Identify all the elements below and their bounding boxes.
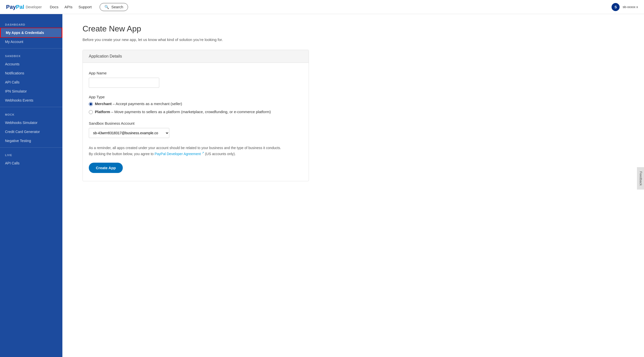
nav-apis[interactable]: APIs [64,5,72,9]
search-button[interactable]: 🔍 Search [100,3,128,11]
sidebar-item-my-apps[interactable]: My Apps & Credentials [0,28,62,37]
paypal-developer-agreement-link[interactable]: PayPal Developer Agreement ↗ [155,152,205,156]
layout: DASHBOARD My Apps & Credentials My Accou… [0,14,644,357]
card-header: Application Details [83,50,309,63]
sidebar-item-webhooks-events[interactable]: Webhooks Events [0,96,62,105]
app-name-group: App Name [89,71,303,88]
sidebar-item-api-calls-live[interactable]: API Calls [0,159,62,168]
radio-platform-bold: Platform [95,110,110,114]
sidebar-section-sandbox: SANDBOX [0,51,62,60]
sidebar-item-my-account[interactable]: My Account [0,37,62,46]
header-right: S sb-xxxxx x [612,3,638,11]
application-details-card: Application Details App Name App Type [83,50,309,181]
sandbox-account-group: Sandbox Business Account sb-43wrrr831831… [89,121,303,138]
main-content: Create New App Before you create your ne… [62,14,644,357]
card-header-title: Application Details [89,54,122,58]
sidebar-item-accounts[interactable]: Accounts [0,60,62,69]
sidebar-section-dashboard: DASHBOARD [0,19,62,28]
site-header: PayPal Developer Docs APIs Support 🔍 Sea… [0,0,644,14]
create-app-button[interactable]: Create App [89,163,123,173]
sidebar-item-credit-card-generator[interactable]: Credit Card Generator [0,127,62,136]
search-icon: 🔍 [104,5,109,9]
sidebar-section-mock: MOCK [0,109,62,118]
avatar: S [612,3,620,11]
page-subtitle: Before you create your new app, let us k… [83,37,624,42]
header-nav: Docs APIs Support [50,5,92,9]
feedback-tab[interactable]: Feedback [637,167,644,190]
radio-merchant-input[interactable] [89,102,93,106]
info-text-2: By clicking the button below, you agree … [89,151,295,157]
user-name: sb-xxxxx x [623,5,638,9]
sidebar-item-negative-testing[interactable]: Negative Testing [0,136,62,145]
page-title: Create New App [83,24,624,33]
info-text: As a reminder, all apps created under yo… [89,145,295,157]
radio-merchant-label[interactable]: Merchant – Accept payments as a merchant… [89,102,303,106]
nav-docs[interactable]: Docs [50,5,58,9]
sidebar: DASHBOARD My Apps & Credentials My Accou… [0,14,62,357]
sidebar-item-notifications[interactable]: Notifications [0,69,62,78]
app-type-label: App Type [89,95,303,99]
radio-platform-desc: – Move payments to sellers as a platform… [111,110,271,114]
search-label: Search [111,5,123,9]
app-name-label: App Name [89,71,303,75]
sidebar-item-ipn-simulator[interactable]: IPN Simulator [0,87,62,96]
sidebar-item-webhooks-simulator[interactable]: Webhooks Simulator [0,118,62,127]
nav-support[interactable]: Support [78,5,92,9]
paypal-logo-text: PayPal [6,4,24,10]
external-link-icon: ↗ [202,151,204,154]
radio-platform-input[interactable] [89,110,93,114]
info-text-1: As a reminder, all apps created under yo… [89,145,295,151]
radio-merchant-desc: – Accept payments as a merchant (seller) [113,102,182,106]
sidebar-section-live: LIVE [0,150,62,159]
app-type-group: App Type Merchant – Accept payments as a… [89,95,303,114]
sandbox-account-select[interactable]: sb-43wrrr8318317@business.example.co [89,128,169,138]
sandbox-account-label: Sandbox Business Account [89,121,303,125]
app-name-input[interactable] [89,78,159,88]
logo[interactable]: PayPal Developer [6,4,42,10]
developer-logo-text: Developer [26,5,42,9]
radio-merchant-bold: Merchant [95,102,112,106]
radio-group: Merchant – Accept payments as a merchant… [89,102,303,114]
header-left: PayPal Developer Docs APIs Support 🔍 Sea… [6,3,128,11]
card-body: App Name App Type Merchant – Accept paym… [83,63,309,181]
sidebar-item-api-calls[interactable]: API Calls [0,78,62,87]
radio-platform-label[interactable]: Platform – Move payments to sellers as a… [89,110,303,114]
